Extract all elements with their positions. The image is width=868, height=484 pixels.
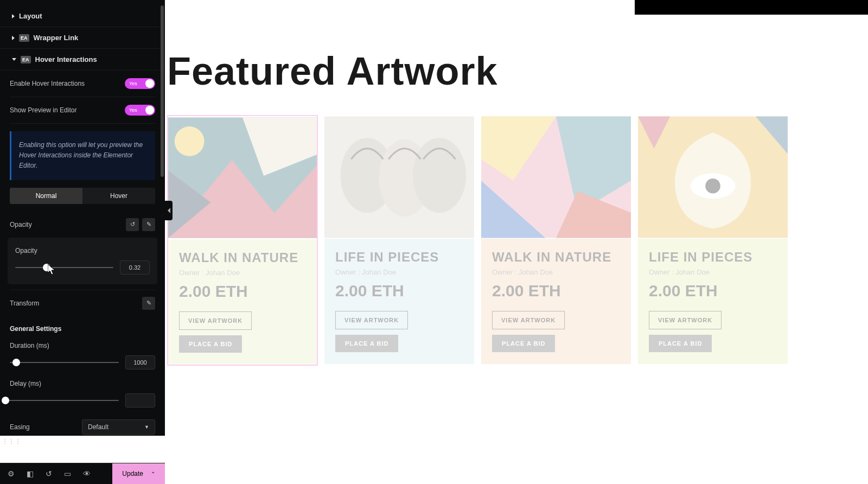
bottom-toolbar: ⚙ ◧ ↺ ▭ 👁 Update ⌃ — [0, 463, 165, 484]
delay-value-input[interactable] — [125, 393, 155, 407]
easing-select[interactable]: Default ▼ — [82, 419, 155, 435]
delay-row: Delay (ms) — [10, 373, 155, 413]
transform-row: Transform ✎ — [10, 290, 155, 316]
delay-slider[interactable] — [5, 400, 119, 401]
bottom-icons: ⚙ ◧ ↺ ▭ 👁 — [0, 469, 98, 478]
collapse-sidebar-button[interactable] — [165, 201, 173, 220]
drag-handle-icon[interactable]: ⋮⋮⋮ — [2, 438, 22, 444]
view-artwork-button[interactable]: VIEW ARTWORK — [179, 311, 252, 330]
svg-point-1 — [175, 126, 205, 156]
card-buttons: VIEW ARTWORK PLACE A BID — [335, 311, 463, 352]
duration-value-input[interactable]: 1000 — [125, 355, 155, 370]
prop-label: Transform — [10, 300, 39, 307]
control-label: Show Preview in Editor — [10, 106, 76, 114]
ea-badge-icon: EA — [19, 34, 29, 42]
artwork-card[interactable]: WALK IN NATURE Owner : Johan Doe 2.00 ET… — [167, 115, 318, 366]
control-label: Delay (ms) — [10, 380, 41, 387]
slider-thumb[interactable] — [2, 397, 9, 404]
card-body: LIFE IN PIECES Owner : Johan Doe 2.00 ET… — [638, 239, 788, 364]
duration-slider[interactable] — [10, 362, 119, 363]
sub-label: Opacity — [15, 247, 37, 254]
card-thumbnail — [324, 116, 474, 239]
duration-row: Duration (ms) 1000 — [10, 337, 155, 373]
card-owner: Owner : Johan Doe — [335, 268, 463, 276]
settings-icon[interactable]: ⚙ — [8, 469, 15, 478]
chevron-up-icon: ⌃ — [151, 471, 155, 477]
tab-normal[interactable]: Normal — [10, 188, 82, 204]
card-price: 2.00 ETH — [335, 282, 463, 300]
section-hover-interactions[interactable]: EA Hover Interactions — [0, 49, 165, 71]
opacity-value-input[interactable]: 0.32 — [120, 260, 150, 275]
edit-icon[interactable]: ✎ — [142, 297, 155, 310]
responsive-icon[interactable]: ▭ — [64, 469, 71, 478]
show-preview-toggle[interactable]: Yes — [125, 105, 155, 116]
section-wrapper-link[interactable]: EA Wrapper Link — [0, 27, 165, 49]
card-price: 2.00 ETH — [179, 282, 306, 301]
card-thumbnail — [481, 116, 631, 239]
preview-icon[interactable]: 👁 — [83, 469, 91, 478]
section-label: Hover Interactions — [35, 55, 97, 63]
history-icon[interactable]: ↺ — [46, 469, 52, 478]
card-owner: Owner : Johan Doe — [649, 268, 777, 276]
update-label: Update — [122, 470, 143, 477]
prop-actions: ✎ — [142, 297, 155, 310]
place-bid-button[interactable]: PLACE A BID — [649, 335, 712, 352]
card-body: WALK IN NATURE Owner : Johan Doe 2.00 ET… — [168, 239, 317, 365]
section-layout[interactable]: Layout — [0, 5, 165, 27]
prop-label: Opacity — [10, 221, 32, 228]
view-artwork-button[interactable]: VIEW ARTWORK — [649, 311, 722, 329]
reset-icon[interactable]: ↺ — [126, 218, 139, 231]
toggle-text: Yes — [129, 107, 137, 113]
card-body: WALK IN NATURE Owner : Johan Doe 2.00 ET… — [481, 239, 631, 364]
black-strip — [635, 0, 868, 15]
opacity-row: Opacity ↺ ✎ — [10, 212, 155, 238]
opacity-slider-row: 0.32 — [15, 260, 150, 275]
cards-row: WALK IN NATURE Owner : Johan Doe 2.00 ET… — [165, 115, 868, 366]
section-label: Layout — [19, 12, 42, 20]
toggle-knob — [145, 106, 154, 114]
tab-hover[interactable]: Hover — [82, 188, 155, 204]
info-text: Enabling this option will let you previe… — [19, 141, 143, 169]
scrollbar[interactable] — [161, 5, 164, 177]
opacity-slider[interactable] — [15, 267, 113, 268]
enable-hover-row: Enable Hover Interactions Yes — [10, 71, 155, 97]
prop-actions: ↺ ✎ — [126, 218, 155, 231]
caret-right-icon — [12, 14, 15, 18]
artwork-card[interactable]: WALK IN NATURE Owner : Johan Doe 2.00 ET… — [481, 115, 631, 366]
artwork-card[interactable]: LIFE IN PIECES Owner : Johan Doe 2.00 ET… — [637, 115, 788, 366]
control-label: Easing — [10, 423, 30, 431]
caret-right-icon — [12, 36, 15, 40]
card-price: 2.00 ETH — [492, 282, 620, 300]
easing-row: Easing Default ▼ — [10, 413, 155, 435]
control-label: Duration (ms) — [10, 342, 49, 349]
card-owner: Owner : Johan Doe — [179, 269, 306, 277]
section-label: Wrapper Link — [34, 34, 79, 42]
triangle-left-icon — [168, 208, 170, 213]
card-title: LIFE IN PIECES — [649, 250, 777, 265]
card-buttons: VIEW ARTWORK PLACE A BID — [179, 311, 306, 353]
navigator-icon[interactable]: ◧ — [27, 469, 34, 478]
slider-thumb[interactable] — [43, 264, 50, 271]
hover-section-body: Enable Hover Interactions Yes Show Previ… — [0, 71, 165, 435]
general-settings-heading: General Settings — [10, 316, 155, 337]
caret-down-icon — [12, 58, 16, 61]
artwork-card[interactable]: LIFE IN PIECES Owner : Johan Doe 2.00 ET… — [324, 115, 475, 366]
card-owner: Owner : Johan Doe — [492, 268, 620, 276]
card-thumbnail — [638, 116, 788, 239]
enable-hover-toggle[interactable]: Yes — [125, 78, 155, 89]
view-artwork-button[interactable]: VIEW ARTWORK — [492, 311, 565, 329]
place-bid-button[interactable]: PLACE A BID — [179, 335, 242, 353]
place-bid-button[interactable]: PLACE A BID — [492, 335, 555, 352]
svg-point-16 — [705, 179, 720, 194]
panel-scroll[interactable]: Layout EA Wrapper Link EA Hover Interact… — [0, 0, 165, 436]
page-heading: Featured Artwork — [165, 0, 868, 115]
card-body: LIFE IN PIECES Owner : Johan Doe 2.00 ET… — [324, 239, 474, 364]
select-value: Default — [88, 423, 108, 431]
edit-icon[interactable]: ✎ — [142, 218, 155, 231]
slider-thumb[interactable] — [12, 359, 20, 366]
view-artwork-button[interactable]: VIEW ARTWORK — [335, 311, 408, 329]
opacity-subpanel: Opacity 0.32 — [8, 238, 157, 284]
update-button[interactable]: Update ⌃ — [112, 463, 165, 484]
show-preview-row: Show Preview in Editor Yes — [10, 97, 155, 124]
place-bid-button[interactable]: PLACE A BID — [335, 335, 398, 352]
